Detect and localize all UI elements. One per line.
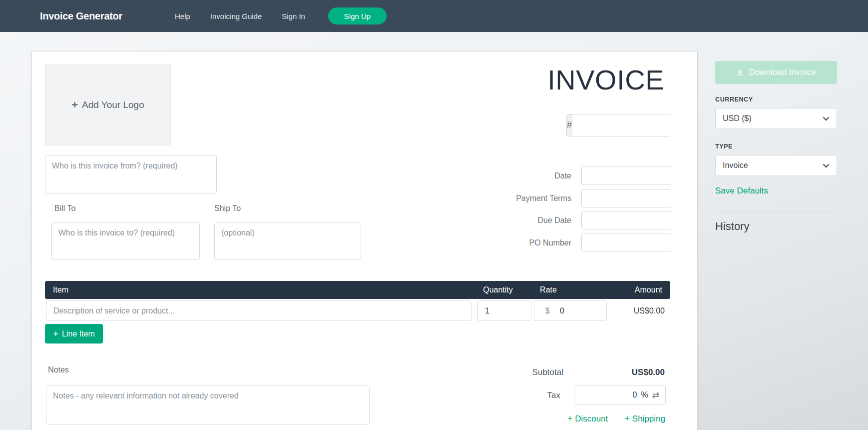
add-logo-dropzone[interactable]: + Add Your Logo <box>45 64 171 146</box>
history-heading: History <box>715 220 749 233</box>
add-discount-label: Discount <box>575 414 608 424</box>
plus-icon: + <box>71 98 78 112</box>
top-nav: Invoice Generator Help Invoicing Guide S… <box>0 0 868 32</box>
subtotal-label: Subtotal <box>532 368 563 378</box>
amount-column-header: Amount <box>635 281 662 299</box>
quantity-column-header: Quantity <box>483 281 513 299</box>
nav-links: Help Invoicing Guide Sign In <box>175 0 305 32</box>
po-number-label: PO Number <box>382 234 571 252</box>
currency-selected-value: USD ($) <box>723 114 752 123</box>
subtotal-value: US$0.00 <box>632 368 665 378</box>
add-logo-label: Add Your Logo <box>82 100 144 110</box>
sign-up-button[interactable]: Sign Up <box>328 8 387 24</box>
add-shipping-label: Shipping <box>632 414 665 424</box>
chevron-down-icon <box>823 164 830 168</box>
type-label: TYPE <box>715 143 733 150</box>
plus-icon: + <box>625 414 630 424</box>
download-invoice-button[interactable]: Download Invoice <box>715 61 837 84</box>
percent-label: % <box>641 390 648 400</box>
invoice-number-input[interactable] <box>572 114 671 136</box>
ship-to-label: Ship To <box>214 204 241 213</box>
bill-to-label: Bill To <box>54 204 75 213</box>
item-rate-group: $ <box>534 300 607 321</box>
item-rate-input[interactable] <box>550 306 585 316</box>
add-discount-link[interactable]: + Discount <box>567 414 608 424</box>
rate-column-header: Rate <box>540 281 557 299</box>
ship-to-textarea[interactable] <box>214 222 361 260</box>
date-label: Date <box>382 166 571 185</box>
currency-label: CURRENCY <box>715 96 753 103</box>
brand-logo[interactable]: Invoice Generator <box>40 0 122 32</box>
meta-row-po-number: PO Number <box>382 234 671 252</box>
save-defaults-link[interactable]: Save Defaults <box>715 186 768 196</box>
meta-row-payment-terms: Payment Terms <box>382 189 671 208</box>
invoice-from-textarea[interactable] <box>45 156 217 194</box>
type-selected-value: Invoice <box>723 161 748 170</box>
type-select[interactable]: Invoice <box>715 155 837 176</box>
tax-input-group: % ⇄ <box>575 386 666 404</box>
nav-link-invoicing-guide[interactable]: Invoicing Guide <box>210 12 262 20</box>
hash-icon: # <box>567 114 572 136</box>
item-quantity-input[interactable] <box>477 300 531 321</box>
download-invoice-label: Download Invoice <box>749 68 816 78</box>
currency-select[interactable]: USD ($) <box>715 108 837 129</box>
due-date-label: Due Date <box>382 211 571 230</box>
notes-textarea[interactable] <box>46 386 370 424</box>
nav-link-sign-in[interactable]: Sign In <box>282 12 305 20</box>
notes-label: Notes <box>48 366 69 374</box>
sidebar-divider <box>715 211 837 212</box>
meta-row-due-date: Due Date <box>382 211 671 230</box>
currency-symbol: $ <box>534 306 550 316</box>
bill-to-textarea[interactable] <box>51 222 200 260</box>
nav-link-help[interactable]: Help <box>175 12 190 20</box>
page: Invoice Generator Help Invoicing Guide S… <box>0 0 868 430</box>
tax-toggle-icon[interactable]: ⇄ <box>652 390 659 400</box>
add-line-item-label: Line Item <box>62 330 95 338</box>
item-description-input[interactable] <box>46 300 471 321</box>
payment-terms-label: Payment Terms <box>382 189 571 208</box>
invoice-card: + Add Your Logo INVOICE # Bill To Ship T… <box>31 51 698 430</box>
tax-input[interactable] <box>607 390 637 400</box>
plus-icon: + <box>567 414 573 424</box>
download-icon <box>736 68 744 76</box>
date-input[interactable] <box>581 166 671 185</box>
item-amount-value: US$0.00 <box>634 300 665 321</box>
payment-terms-input[interactable] <box>581 189 671 208</box>
chevron-down-icon <box>823 116 830 121</box>
meta-row-date: Date <box>382 166 671 185</box>
plus-icon: + <box>53 328 58 340</box>
due-date-input[interactable] <box>581 211 671 230</box>
po-number-input[interactable] <box>581 234 671 252</box>
invoice-title: INVOICE <box>547 64 664 96</box>
add-shipping-link[interactable]: + Shipping <box>625 414 665 424</box>
items-table-header: Item Quantity Rate Amount <box>45 281 670 299</box>
add-line-item-button[interactable]: + Line Item <box>45 324 103 344</box>
item-column-header: Item <box>53 281 68 299</box>
tax-label: Tax <box>547 390 560 400</box>
invoice-number-group: # <box>566 114 671 136</box>
